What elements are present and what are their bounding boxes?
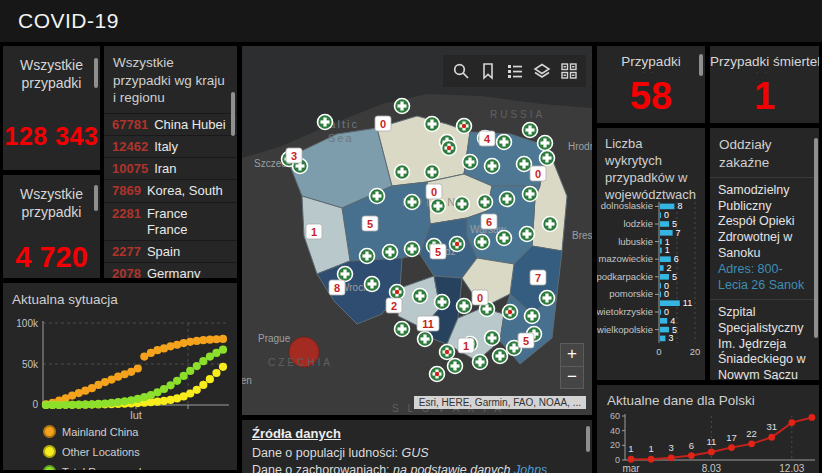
hospital-marker[interactable] xyxy=(370,189,385,204)
hospital-marker[interactable] xyxy=(478,195,493,210)
hospital-marker[interactable] xyxy=(540,291,555,306)
scrollbar[interactable] xyxy=(94,58,98,88)
region-case-badge[interactable]: 6 xyxy=(481,214,497,229)
region-case-badge[interactable]: 0 xyxy=(426,184,442,199)
scrollbar[interactable] xyxy=(699,54,703,76)
hospital-marker[interactable] xyxy=(425,117,440,132)
hospital-marker[interactable] xyxy=(395,99,410,114)
hospital-marker[interactable] xyxy=(450,237,465,252)
hospital-marker[interactable] xyxy=(523,123,538,138)
hospital-marker[interactable] xyxy=(500,192,515,207)
hospital-marker[interactable] xyxy=(448,359,463,374)
region-case-badge[interactable]: 1 xyxy=(458,338,474,353)
region-case-badge[interactable]: 0 xyxy=(375,116,391,131)
hospital-marker[interactable] xyxy=(413,289,428,304)
hospital-marker[interactable] xyxy=(383,245,398,260)
situation-chart-canvas: 100k50k0lut xyxy=(5,311,237,423)
country-row[interactable]: 67781China Hubei xyxy=(104,113,237,135)
hospital-marker[interactable] xyxy=(497,231,512,246)
hospital-marker[interactable] xyxy=(418,332,433,347)
hospital-marker[interactable] xyxy=(538,136,553,151)
hospital-marker[interactable] xyxy=(440,345,455,360)
bookmark-icon[interactable] xyxy=(474,57,501,85)
hospital-marker[interactable] xyxy=(442,141,457,156)
region-case-badge[interactable]: 5 xyxy=(518,333,534,348)
hospital-marker[interactable] xyxy=(517,157,532,172)
region-case-badge[interactable]: 0 xyxy=(530,166,546,181)
hospital-marker[interactable] xyxy=(523,187,538,202)
country-row[interactable]: 2078Germany xyxy=(104,262,237,278)
panel-voivodeship-bars: Liczba wykrytych przypadków w województw… xyxy=(597,128,705,380)
region-case-badge[interactable]: 3 xyxy=(286,148,302,163)
country-row[interactable]: 10075Iran xyxy=(104,157,237,179)
poland-map[interactable]: BalticSeaRUSSIAPOLANDCZECHIAPragueWarsaw… xyxy=(242,46,592,415)
hospital-marker[interactable] xyxy=(338,267,353,282)
svg-text:0: 0 xyxy=(664,210,669,220)
hospital-marker[interactable] xyxy=(497,135,512,150)
country-case-count: 10075 xyxy=(112,161,148,177)
svg-text:1: 1 xyxy=(463,340,469,352)
country-row[interactable]: 12462Italy xyxy=(104,135,237,157)
legend-swatch xyxy=(43,445,56,458)
region-case-badge[interactable]: 4 xyxy=(479,131,495,146)
hospital-marker[interactable] xyxy=(473,355,488,370)
hospital-marker[interactable] xyxy=(390,285,405,300)
hospital-marker[interactable] xyxy=(540,151,555,166)
layers-icon[interactable] xyxy=(528,57,555,85)
region-case-badge[interactable]: 5 xyxy=(430,244,446,259)
svg-text:5: 5 xyxy=(672,272,677,282)
hospital-marker[interactable] xyxy=(360,249,375,264)
scrollbar[interactable] xyxy=(814,138,818,338)
scrollbar[interactable] xyxy=(231,92,235,136)
hospital-marker[interactable] xyxy=(493,349,508,364)
hospital-marker[interactable] xyxy=(395,165,410,180)
basemap-icon[interactable] xyxy=(555,57,582,85)
zoom-in-button[interactable]: + xyxy=(560,343,584,366)
hospital-marker[interactable] xyxy=(457,299,472,314)
hospital-marker[interactable] xyxy=(525,309,540,324)
hospital-marker[interactable] xyxy=(485,159,500,174)
search-icon[interactable] xyxy=(447,57,474,85)
world-deaths-value: 4 720 xyxy=(3,241,100,274)
hospital-marker[interactable] xyxy=(463,155,478,170)
hospital-marker[interactable] xyxy=(455,197,470,212)
hospital-marker[interactable] xyxy=(543,217,558,232)
hospital-marker[interactable] xyxy=(405,242,420,257)
hospital-marker[interactable] xyxy=(425,165,440,180)
hospital-marker[interactable] xyxy=(503,305,518,320)
legend-item[interactable]: Mainland China xyxy=(43,425,138,438)
map-label: Hrodna xyxy=(568,141,592,152)
region-case-badge[interactable]: 1 xyxy=(306,224,322,239)
region-case-badge[interactable]: 5 xyxy=(362,216,378,231)
svg-text:31: 31 xyxy=(766,421,777,432)
poland-cases-value: 58 xyxy=(597,77,705,115)
hospital-marker[interactable] xyxy=(395,322,410,337)
scrollbar[interactable] xyxy=(94,185,98,211)
ward-item[interactable]: Szpital Specjalistyczny Im. Jędrzeja Śni… xyxy=(710,299,819,380)
country-row[interactable]: 2281France France xyxy=(104,202,237,241)
region-case-badge[interactable]: 0 xyxy=(472,290,488,305)
hospital-marker[interactable] xyxy=(485,331,500,346)
hospital-marker[interactable] xyxy=(430,367,445,382)
region-case-badge[interactable]: 7 xyxy=(530,270,546,285)
hospital-marker[interactable] xyxy=(457,119,472,134)
hospital-marker[interactable] xyxy=(318,115,333,130)
region-case-badge[interactable]: 11 xyxy=(417,316,439,331)
ward-item[interactable]: Samodzielny Publiczny Zespół Opieki Zdro… xyxy=(710,177,819,299)
hospital-marker[interactable] xyxy=(475,235,490,250)
hospital-marker[interactable] xyxy=(365,277,380,292)
map-attribution: Esri, HERE, Garmin, FAO, NOAA, ... xyxy=(414,396,586,409)
hospital-marker[interactable] xyxy=(520,227,535,242)
legend-icon[interactable] xyxy=(501,57,528,85)
legend-item[interactable]: Total Recovered xyxy=(43,465,142,470)
region-case-badge[interactable]: 8 xyxy=(329,280,345,295)
hospital-marker[interactable] xyxy=(431,199,446,214)
scrollbar[interactable] xyxy=(586,426,590,452)
hospital-marker[interactable] xyxy=(435,295,450,310)
region-case-badge[interactable]: 2 xyxy=(386,298,402,313)
country-row[interactable]: 7869Korea, South xyxy=(104,179,237,201)
country-row[interactable]: 2277Spain xyxy=(104,240,237,262)
hospital-marker[interactable] xyxy=(405,195,420,210)
zoom-out-button[interactable]: − xyxy=(560,366,584,389)
legend-item[interactable]: Other Locations xyxy=(43,445,140,458)
